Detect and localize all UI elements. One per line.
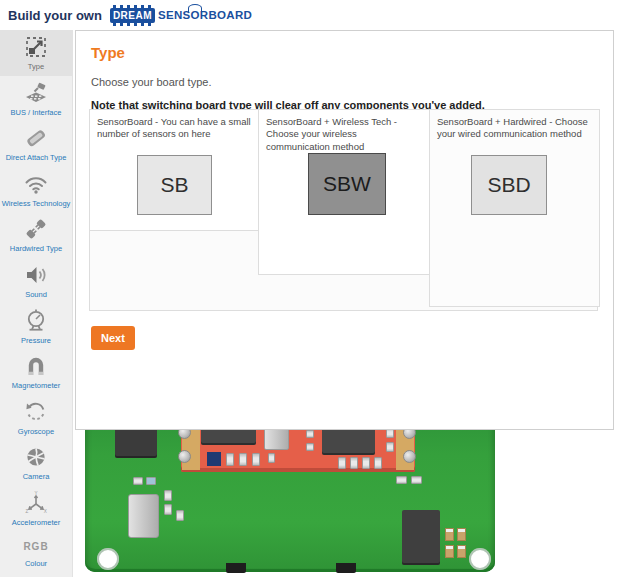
svg-text:X: X [44,509,47,514]
logo-sens: SENS [158,9,191,21]
pcb-component [133,477,143,485]
sidebar-label: Accelerometer [12,519,60,527]
board-type-card-sb[interactable]: SensorBoard - You can have a small numbe… [89,109,259,231]
pcb-component [386,442,394,452]
three-axis-icon: YZX [23,490,49,516]
pcb-component [164,504,172,515]
pcb-component [445,545,454,558]
pcb-component [164,490,172,501]
sidebar-item-magnetometer[interactable]: Magnetometer [0,349,72,395]
pcb-component [402,510,440,565]
board-code-box-sbw: SBW [308,153,386,215]
pcb-component [396,476,407,484]
sidebar-label: Colour [25,560,47,568]
pcb-component [411,476,422,484]
sidebar-label: Sound [25,291,47,299]
sidebar-label: Type [28,63,44,71]
sidebar-label: Pressure [21,337,51,345]
sidebar-item-camera[interactable]: Camera [0,440,72,486]
aperture-icon [23,444,49,470]
direct-attach-icon [23,125,49,151]
speaker-icon [23,262,49,288]
panel-title: Type [91,44,613,61]
sidebar-label: Direct Attach Type [6,154,67,162]
sidebar-item-accelerometer[interactable]: YZX Accelerometer [0,486,72,532]
wifi-icon [23,171,49,197]
svg-text:Z: Z [26,509,29,514]
pcb-component [374,457,382,469]
pcb-component [445,528,454,541]
magnet-icon [23,353,49,379]
pcb-component [146,477,156,485]
type-panel: Type Choose your board type. Note that s… [75,30,614,430]
card-description: SensorBoard + Wireless Tech - Choose you… [259,110,429,153]
sidebar-item-gyroscope[interactable]: Gyroscope [0,395,72,441]
sidebar-item-direct-attach-type[interactable]: Direct Attach Type [0,121,72,167]
sidebar-item-rgb-colour[interactable]: RGB Colour [0,531,72,577]
logo-wordmark: SENSORBOARD [158,9,252,21]
pcb-component [128,494,159,538]
pcb-component [350,457,358,469]
pcb-component [457,545,466,558]
sidebar-item-wireless-technology[interactable]: Wireless Technology [0,167,72,213]
gauge-icon [23,308,49,334]
pcb-component [306,430,314,438]
pcb-component [252,453,260,466]
sidebar-item-type[interactable]: Type [0,30,72,76]
sidebar-item-bus-interface[interactable]: BUS / Interface [0,76,72,122]
pcb-component [226,563,246,573]
sidebar-label: Magnetometer [12,382,60,390]
pcb-component [362,457,370,469]
sidebar: Type BUS / Interface Direct Attach Type [0,30,73,577]
pcb-component [336,563,356,573]
pcb-component [239,453,247,466]
sidebar-label: Wireless Technology [2,200,71,208]
sidebar-label: Hardwired Type [10,245,62,253]
rgb-icon: RGB [23,541,48,552]
pcb-component [178,450,191,463]
resize-type-icon [23,34,49,60]
svg-text:Y: Y [35,491,38,496]
sidebar-item-hardwired-type[interactable]: Hardwired Type [0,212,72,258]
logo-chip-icon: DREAM [110,8,155,23]
bus-interface-icon [23,80,49,106]
panel-subtitle: Choose your board type. [91,76,613,88]
pcb-mount-hole [469,548,491,570]
board-code-box-sb: SB [137,155,212,215]
board-type-options: SensorBoard - You can have a small numbe… [89,109,598,311]
pcb-component [207,452,221,466]
pcb-component [457,528,466,541]
pcb-component [268,453,275,463]
dream-sensorboard-logo: DREAM SENSORBOARD [110,8,252,23]
page-title: Build your own [8,8,102,23]
pcb-mount-hole [97,548,119,570]
board-type-card-sbw[interactable]: SensorBoard + Wireless Tech - Choose you… [258,109,430,275]
pcb-component [226,453,234,466]
plug-connectors-icon [23,216,49,242]
card-description: SensorBoard - You can have a small numbe… [90,110,258,141]
card-description: SensorBoard + Hardwired - Choose your wi… [430,110,599,141]
sidebar-label: BUS / Interface [11,109,62,117]
logo-wifi-o: O [191,9,200,21]
sidebar-label: Camera [23,473,50,481]
next-button[interactable]: Next [91,326,135,350]
pcb-component [338,457,346,469]
app-header: Build your own DREAM SENSORBOARD [0,0,619,30]
rotate-icon [23,399,49,425]
sidebar-label: Gyroscope [18,428,54,436]
pcb-component [403,450,416,463]
pcb-component [176,510,184,521]
sidebar-item-pressure[interactable]: Pressure [0,303,72,349]
board-code-box-sbd: SBD [471,155,547,215]
logo-rboard: RBOARD [200,9,252,21]
pcb-component [306,443,314,451]
sidebar-item-sound[interactable]: Sound [0,258,72,304]
board-type-card-sbd[interactable]: SensorBoard + Hardwired - Choose your wi… [429,109,600,307]
